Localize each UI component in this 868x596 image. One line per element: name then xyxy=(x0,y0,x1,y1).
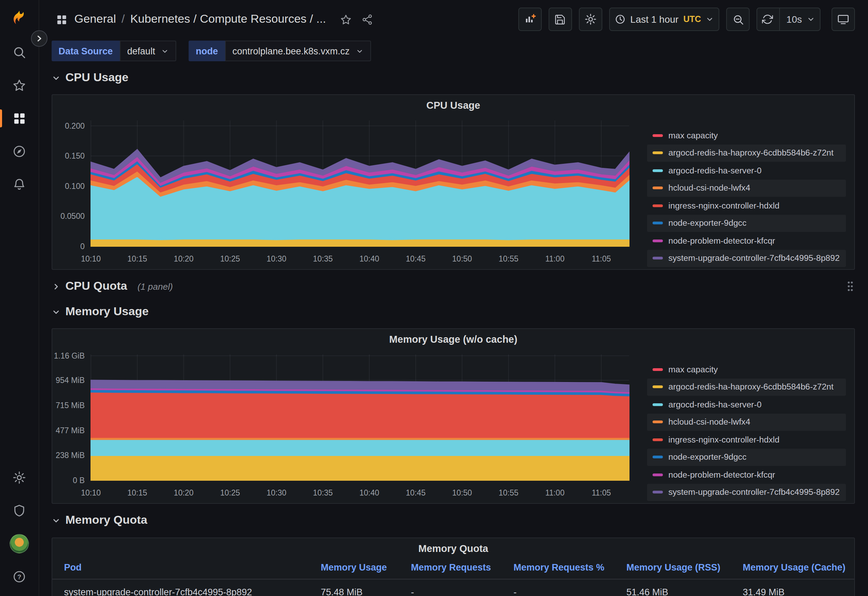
svg-text:10:55: 10:55 xyxy=(499,488,519,497)
panel-title[interactable]: Memory Quota xyxy=(52,538,854,559)
legend-item[interactable]: hcloud-csi-node-lwfx4 xyxy=(647,179,846,197)
legend-item[interactable]: argocd-redis-ha-haproxy-6cdbb584b6-z72nt xyxy=(647,378,846,396)
panel-body: 00.05000.1000.1500.20010:1010:1510:2010:… xyxy=(52,116,854,267)
breadcrumb-dashboard[interactable]: Kubernetes / Compute Resources / ... xyxy=(130,12,326,26)
variable-datasource: Data Source default xyxy=(52,41,177,61)
section-panel-count: (1 panel) xyxy=(137,281,173,291)
series-color-swatch xyxy=(652,257,663,260)
legend-item[interactable]: node-exporter-9dgcc xyxy=(647,214,846,232)
column-header[interactable]: Memory Usage (Cache) xyxy=(743,559,854,579)
legend-item[interactable]: max capacity xyxy=(647,127,846,144)
sidebar-item-profile[interactable] xyxy=(0,530,38,558)
svg-text:10:50: 10:50 xyxy=(452,488,472,497)
variable-datasource-select[interactable]: default xyxy=(120,41,177,61)
share-icon[interactable] xyxy=(361,13,373,25)
series-name[interactable]: system-upgrade-controller-7cfb4c4995-8p8… xyxy=(669,254,840,263)
column-header[interactable]: Pod xyxy=(64,559,321,579)
legend-item[interactable]: argocd-redis-ha-haproxy-6cdbb584b6-z72nt xyxy=(647,144,846,162)
refresh-interval-label[interactable]: 10s xyxy=(787,14,802,25)
legend-item[interactable]: hcloud-csi-node-lwfx4 xyxy=(647,413,846,431)
drag-handle[interactable] xyxy=(847,281,853,292)
add-panel-icon xyxy=(524,13,536,25)
series-name[interactable]: argocd-redis-ha-haproxy-6cdbb584b6-z72nt xyxy=(669,382,834,392)
cpu-usage-chart[interactable]: 00.05000.1000.1500.20010:1010:1510:2010:… xyxy=(54,116,633,264)
column-header[interactable]: Memory Usage xyxy=(321,559,411,579)
sidebar-item-alerting[interactable] xyxy=(0,171,38,198)
panel-title[interactable]: CPU Usage xyxy=(52,95,854,116)
expand-sidebar-button[interactable] xyxy=(31,30,47,47)
legend-item[interactable]: node-exporter-9dgcc xyxy=(647,448,846,466)
legend-item[interactable]: system-upgrade-controller-7cfb4c4995-8p8… xyxy=(647,249,846,267)
legend-item[interactable]: node-problem-detector-kfcqr xyxy=(647,466,846,484)
svg-text:0: 0 xyxy=(80,242,85,251)
svg-text:954 MiB: 954 MiB xyxy=(56,376,85,385)
series-name[interactable]: ingress-nginx-controller-hdxld xyxy=(669,201,779,211)
series-name[interactable]: hcloud-csi-node-lwfx4 xyxy=(669,417,750,427)
table-cell: 31.49 MiB xyxy=(743,580,854,596)
zoom-out-time-button[interactable] xyxy=(726,7,750,31)
section-header-cpu-quota[interactable]: CPU Quota (1 panel) xyxy=(52,274,855,299)
svg-text:10:30: 10:30 xyxy=(267,254,287,263)
series-name[interactable]: system-upgrade-controller-7cfb4c4995-8p8… xyxy=(669,488,840,497)
series-color-swatch xyxy=(652,187,663,190)
add-panel-button[interactable] xyxy=(518,7,542,31)
legend-item[interactable]: ingress-nginx-controller-hdxld xyxy=(647,197,846,214)
favorite-star-icon[interactable] xyxy=(340,13,351,25)
sidebar-item-dashboards[interactable] xyxy=(0,105,38,132)
sidebar-item-help[interactable]: ? xyxy=(0,563,38,590)
legend-item[interactable]: system-upgrade-controller-7cfb4c4995-8p8… xyxy=(647,484,846,501)
series-name[interactable]: max capacity xyxy=(669,131,718,140)
series-name[interactable]: argocd-redis-ha-server-0 xyxy=(669,400,762,410)
save-icon xyxy=(554,13,566,25)
chevron-down-icon xyxy=(706,15,714,24)
series-name[interactable]: hcloud-csi-node-lwfx4 xyxy=(669,183,750,193)
legend-item[interactable]: node-problem-detector-kfcqr xyxy=(647,232,846,249)
panel-title[interactable]: Memory Usage (w/o cache) xyxy=(52,329,854,350)
svg-text:10:10: 10:10 xyxy=(81,254,101,263)
svg-text:11:05: 11:05 xyxy=(592,254,611,263)
series-name[interactable]: max capacity xyxy=(669,365,718,375)
variable-node-select[interactable]: controlplane.bee.k8s.vxm.cz xyxy=(225,41,371,61)
series-name[interactable]: node-exporter-9dgcc xyxy=(669,453,747,462)
series-name[interactable]: node-problem-detector-kfcqr xyxy=(669,470,775,480)
tv-icon xyxy=(837,13,849,25)
series-name[interactable]: node-exporter-9dgcc xyxy=(669,218,747,228)
sidebar-item-explore[interactable] xyxy=(0,138,38,165)
help-icon: ? xyxy=(12,570,26,584)
sidebar-item-server-admin[interactable] xyxy=(0,497,38,524)
time-range-picker[interactable]: Last 1 hour UTC xyxy=(609,7,720,31)
sidebar-item-starred[interactable] xyxy=(0,72,38,99)
legend-item[interactable]: argocd-redis-ha-server-0 xyxy=(647,162,846,179)
series-name[interactable]: node-problem-detector-kfcqr xyxy=(669,236,775,246)
svg-text:10:50: 10:50 xyxy=(452,254,472,263)
section-header-memory-usage[interactable]: Memory Usage xyxy=(52,302,855,322)
panel-body: 0 B238 MiB477 MiB715 MiB954 MiB1.16 GiB1… xyxy=(52,350,854,501)
series-name[interactable]: ingress-nginx-controller-hdxld xyxy=(669,435,779,445)
timezone-label: UTC xyxy=(683,15,701,24)
column-header[interactable]: Memory Usage (RSS) xyxy=(626,559,743,579)
legend-item[interactable]: argocd-redis-ha-server-0 xyxy=(647,396,846,413)
dashboard-settings-button[interactable] xyxy=(579,7,602,31)
series-name[interactable]: argocd-redis-ha-haproxy-6cdbb584b6-z72nt xyxy=(669,148,834,158)
cycle-view-mode-button[interactable] xyxy=(831,7,855,31)
series-color-swatch xyxy=(652,134,663,137)
memory-quota-panel: Memory Quota PodMemory UsageMemory Reque… xyxy=(52,537,855,596)
chevron-down-icon xyxy=(52,73,61,82)
section-header-cpu-usage[interactable]: CPU Usage xyxy=(52,68,855,87)
section-header-memory-quota[interactable]: Memory Quota xyxy=(52,510,855,530)
cpu-usage-legend: max capacityargocd-redis-ha-haproxy-6cdb… xyxy=(647,127,846,267)
memory-usage-chart[interactable]: 0 B238 MiB477 MiB715 MiB954 MiB1.16 GiB1… xyxy=(54,350,633,497)
time-controls: Last 1 hour UTC 10s xyxy=(609,7,821,31)
column-header[interactable]: Memory Requests xyxy=(411,559,514,579)
bell-icon xyxy=(12,177,26,191)
column-header[interactable]: Memory Requests % xyxy=(514,559,626,579)
legend-item[interactable]: max capacity xyxy=(647,361,846,378)
series-name[interactable]: argocd-redis-ha-server-0 xyxy=(669,166,762,176)
svg-text:477 MiB: 477 MiB xyxy=(56,426,85,435)
sidebar-item-configuration[interactable] xyxy=(0,464,38,491)
breadcrumb-folder[interactable]: General xyxy=(74,12,116,26)
search-icon xyxy=(12,46,26,59)
legend-item[interactable]: ingress-nginx-controller-hdxld xyxy=(647,431,846,448)
save-dashboard-button[interactable] xyxy=(548,7,572,31)
refresh-picker[interactable]: 10s xyxy=(757,7,821,31)
